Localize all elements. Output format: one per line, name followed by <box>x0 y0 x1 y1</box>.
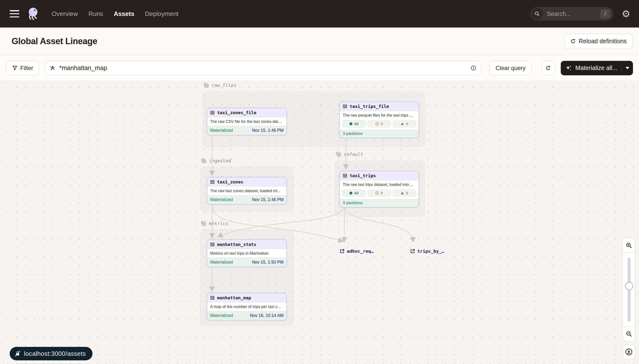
reload-icon <box>570 38 576 44</box>
group-name: raw_files <box>212 82 236 88</box>
downstream-asset-name: adhoc_req… <box>347 248 374 254</box>
nav-deployment[interactable]: Deployment <box>145 10 179 18</box>
external-link-icon <box>410 248 415 254</box>
group-label-default[interactable]: default <box>336 151 363 157</box>
insecure-lock-icon <box>15 350 21 357</box>
asset-node-header: manhattan_map <box>207 293 286 302</box>
asset-status-row: Materialized Nov 15, 1:46 PM <box>207 126 286 135</box>
page-title: Global Asset Lineage <box>12 36 97 46</box>
filter-button[interactable]: Filter <box>6 61 39 75</box>
search-input[interactable] <box>546 10 600 18</box>
nav-overview[interactable]: Overview <box>52 10 78 18</box>
clear-query-button[interactable]: Clear query <box>489 61 531 75</box>
browser-status-bubble: localhost:3000/assets <box>10 347 93 360</box>
asset-node-taxi-trips-file[interactable]: taxi_trips_file The raw parquet files fo… <box>339 102 419 138</box>
refresh-graph-button[interactable] <box>541 61 555 75</box>
settings-gear-icon[interactable]: ⚙ <box>621 9 630 18</box>
materialize-options-button[interactable] <box>622 61 633 75</box>
nav-assets[interactable]: Assets <box>114 10 134 18</box>
group-name: metrics <box>209 221 228 226</box>
asset-name: taxi_trips <box>350 173 376 178</box>
asset-node-header: taxi_zones <box>207 178 286 186</box>
missing-ring-icon <box>376 192 379 194</box>
reload-definitions-button[interactable]: Reload definitions <box>564 34 633 49</box>
partitions-missing-pill[interactable]: 0 <box>368 189 391 197</box>
missing-ring-icon <box>376 122 379 125</box>
asset-name: taxi_zones_file <box>217 110 256 115</box>
group-label-raw-files[interactable]: raw_files <box>203 82 236 88</box>
menu-button[interactable] <box>10 10 19 18</box>
lineage-canvas[interactable]: raw_files ingested default metrics <box>0 81 639 364</box>
zoom-slider-panel <box>622 253 635 326</box>
asset-node-taxi-zones-file[interactable]: taxi_zones_file The raw CSV file for the… <box>207 108 287 136</box>
filter-funnel-icon <box>12 66 18 70</box>
asset-name: manhattan_map <box>217 295 251 300</box>
materialize-all-button[interactable]: Materialize all... <box>561 61 621 75</box>
group-label-metrics[interactable]: metrics <box>201 220 228 226</box>
asset-description: A map of the number of trips per taxi z.… <box>207 302 286 311</box>
downstream-asset-name: trips_by_… <box>417 248 444 254</box>
materialize-all-split-button: Materialize all... <box>561 61 633 75</box>
partitions-all-pill[interactable]: All <box>342 189 366 197</box>
asset-group-icon <box>336 151 341 157</box>
zoom-in-icon <box>625 242 632 248</box>
asset-name: taxi_zones <box>217 179 243 184</box>
status-badge: Materialized <box>210 313 233 318</box>
partitions-failed-pill[interactable]: 0 <box>393 120 416 128</box>
partition-health-pills: All 0 0 <box>340 189 418 199</box>
asset-group-icon <box>201 158 207 164</box>
asset-node-manhattan-map[interactable]: manhattan_map A map of the number of tri… <box>207 293 287 320</box>
downstream-link-trips-by[interactable]: trips_by_… <box>410 248 444 254</box>
table-icon <box>210 296 215 300</box>
reload-definitions-label: Reload definitions <box>579 38 627 45</box>
nav-runs[interactable]: Runs <box>88 10 103 18</box>
materialize-all-label: Materialize all... <box>575 64 617 72</box>
dagster-logo[interactable] <box>27 6 40 21</box>
download-icon <box>625 348 633 356</box>
table-icon <box>210 110 215 115</box>
query-info-icon[interactable] <box>471 65 476 71</box>
asset-node-taxi-zones[interactable]: taxi_zones The raw taxi zones dataset, l… <box>207 177 287 205</box>
zoom-out-icon <box>625 330 632 337</box>
failed-triangle-icon <box>401 122 404 125</box>
partitions-all-pill[interactable]: All <box>342 120 366 128</box>
table-icon <box>343 173 347 178</box>
download-image-button[interactable] <box>622 345 635 359</box>
graph-selector-icon <box>50 65 55 71</box>
sparkle-icon <box>565 65 572 71</box>
partitions-failed-pill[interactable]: 0 <box>393 189 416 197</box>
zoom-in-button[interactable] <box>622 238 635 253</box>
status-url-text: localhost:3000/assets <box>24 350 86 358</box>
group-label-ingested[interactable]: ingested <box>201 158 231 164</box>
partition-count-footer: 3 partitions <box>340 130 418 138</box>
primary-nav: Overview Runs Assets Deployment <box>52 10 179 18</box>
dagster-octopus-icon <box>27 6 40 21</box>
group-name: ingested <box>209 158 231 164</box>
failed-triangle-icon <box>401 192 404 194</box>
asset-description: Metrics on taxi trips in Manhattan <box>207 249 286 258</box>
asset-query-input[interactable] <box>59 64 471 72</box>
materialization-timestamp: Nov 15, 1:46 PM <box>252 128 284 133</box>
table-icon <box>210 180 215 184</box>
asset-status-row: Materialized Nov 15, 1:46 PM <box>207 195 286 204</box>
asset-description: The raw parquet files for the taxi trips… <box>340 111 418 120</box>
asset-description: The raw taxi trips dataset, loaded into … <box>340 180 418 189</box>
asset-node-manhattan-stats[interactable]: manhattan_stats Metrics on taxi trips in… <box>207 240 287 267</box>
asset-node-header: taxi_trips <box>340 171 418 180</box>
success-dot-icon <box>349 192 352 194</box>
zoom-slider-handle[interactable] <box>625 282 633 290</box>
search-box[interactable]: / <box>530 7 613 20</box>
downstream-link-adhoc-request[interactable]: adhoc_req… <box>340 248 374 254</box>
search-shortcut-key: / <box>600 9 610 18</box>
clear-query-label: Clear query <box>495 65 525 72</box>
asset-status-row: Materialized Nov 16, 10:14 AM <box>207 311 286 320</box>
top-nav: Overview Runs Assets Deployment / ⚙ <box>0 0 639 28</box>
asset-status-row: Materialized Nov 15, 1:50 PM <box>207 258 286 267</box>
partitions-missing-pill[interactable]: 0 <box>368 120 391 128</box>
asset-node-taxi-trips[interactable]: taxi_trips The raw taxi trips dataset, l… <box>339 171 419 208</box>
asset-selection-input[interactable] <box>45 61 481 75</box>
table-icon <box>343 104 347 108</box>
search-icon <box>531 8 543 20</box>
zoom-out-button[interactable] <box>622 326 635 341</box>
external-link-icon <box>340 248 345 254</box>
